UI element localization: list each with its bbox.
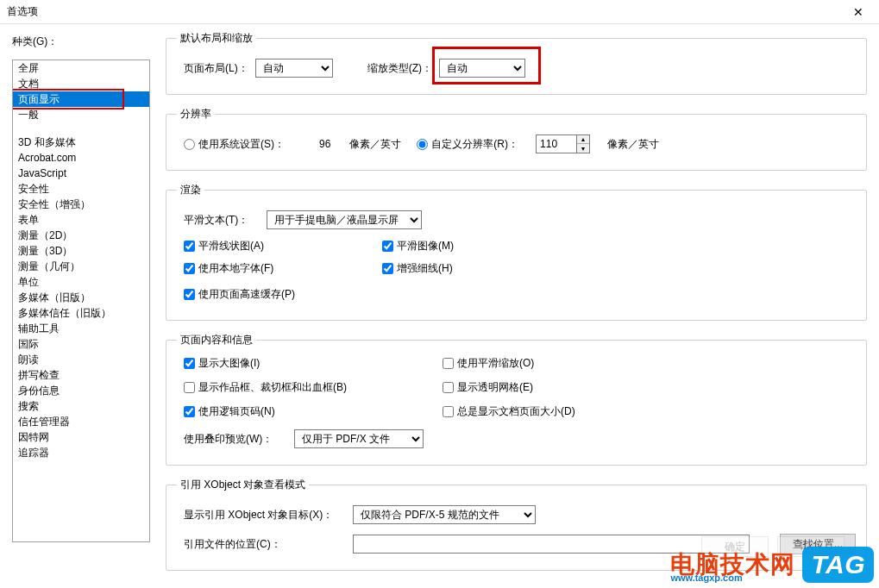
watermark-tag: TAG [802,547,874,583]
page-layout-label: 页面布局(L)： [184,61,248,76]
layout-section: 默认布局和缩放 页面布局(L)： 自动 缩放类型(Z)： 自动 [166,31,867,95]
spinner-down-icon[interactable]: ▼ [577,144,589,153]
sidebar-item[interactable]: 因特网 [13,429,149,445]
show-boxes-check[interactable]: 显示作品框、裁切框和出血框(B) [184,380,347,395]
system-resolution-value: 96 [319,138,330,150]
sidebar-item[interactable]: 测量（3D） [13,243,149,259]
window-title: 首选项 [7,4,38,19]
category-list[interactable]: 全屏 文档 页面显示 一般 3D 和多媒体 Acrobat.com JavaSc… [12,59,150,542]
render-section: 渲染 平滑文本(T)： 用于手提电脑／液晶显示屏 平滑线状图(A) 平滑图像(M… [166,183,867,321]
xobject-target-select[interactable]: 仅限符合 PDF/X-5 规范的文件 [353,505,536,524]
sidebar-item[interactable]: 单位 [13,274,149,290]
show-large-images-check[interactable]: 显示大图像(I) [184,356,260,371]
page-layout-select[interactable]: 自动 [255,59,333,78]
use-smooth-zoom-check[interactable]: 使用平滑缩放(O) [443,356,534,371]
zoom-type-label: 缩放类型(Z)： [367,61,432,76]
category-label: 种类(G)： [12,31,150,56]
unit-label: 像素／英寸 [349,137,401,152]
overprint-preview-label: 使用叠印预览(W)： [184,432,287,447]
custom-resolution-input[interactable] [536,134,577,153]
ref-file-location-label: 引用文件的位置(C)： [184,537,346,552]
render-legend: 渲染 [177,183,204,197]
zoom-type-select[interactable]: 自动 [439,59,525,78]
sidebar-item[interactable]: 表单 [13,212,149,228]
sidebar-item[interactable]: 安全性（增强） [13,197,149,212]
sidebar-item[interactable]: JavaScript [13,166,149,181]
smooth-image-check[interactable]: 平滑图像(M) [382,239,454,253]
sidebar-item[interactable]: 一般 [13,107,149,122]
sidebar-item[interactable]: 多媒体信任（旧版） [13,305,149,321]
always-show-doc-page-size-check[interactable]: 总是显示文档页面大小(D) [443,404,575,419]
use-local-font-check[interactable]: 使用本地字体(F) [184,261,273,276]
smooth-text-select[interactable]: 用于手提电脑／液晶显示屏 [267,210,422,229]
sidebar-item[interactable]: 测量（2D） [13,228,149,243]
sidebar-item[interactable]: 拼写检查 [13,367,149,383]
sidebar-item[interactable]: 追踪器 [13,445,149,460]
enhance-thin-check[interactable]: 增强细线(H) [382,261,453,276]
close-button[interactable]: ✕ [841,0,876,24]
layout-legend: 默认布局和缩放 [177,31,256,46]
sidebar-item[interactable]: 多媒体（旧版） [13,290,149,305]
sidebar-item[interactable]: 国际 [13,336,149,352]
sidebar-item[interactable]: 测量（几何） [13,259,149,274]
sidebar-item[interactable]: 安全性 [13,181,149,197]
sidebar-item[interactable]: 搜索 [13,398,149,414]
sidebar-item-selected[interactable]: 页面显示 [13,91,149,107]
use-system-radio[interactable]: 使用系统设置(S)： [184,137,285,152]
custom-resolution-radio[interactable]: 自定义分辨率(R)： [417,137,518,152]
spinner-up-icon[interactable]: ▲ [577,135,589,144]
smooth-lineart-check[interactable]: 平滑线状图(A) [184,239,264,253]
sidebar-item[interactable]: 辅助工具 [13,321,149,336]
show-transparency-grid-check[interactable]: 显示透明网格(E) [443,380,533,395]
unit-label-2: 像素／英寸 [607,137,659,152]
use-logical-page-num-check[interactable]: 使用逻辑页码(N) [184,404,275,419]
sidebar-item[interactable]: Acrobat.com [13,150,149,166]
sidebar-item[interactable]: 全屏 [13,60,149,76]
resolution-section: 分辨率 使用系统设置(S)： 96 像素／英寸 自定义分辨率(R)： ▲ ▼ [166,107,867,171]
sidebar-item[interactable]: 身份信息 [13,383,149,398]
sidebar-item[interactable]: 文档 [13,76,149,91]
sidebar-item[interactable]: 朗读 [13,352,149,367]
watermark: 电脑技术网 www.tagxp.com TAG [670,547,874,583]
sidebar-item[interactable]: 信任管理器 [13,414,149,429]
xobject-target-label: 显示引用 XObject 对象目标(X)： [184,508,346,522]
overprint-preview-select[interactable]: 仅用于 PDF/X 文件 [294,429,424,448]
page-content-section: 页面内容和信息 显示大图像(I) 使用平滑缩放(O) 显示作品框、裁切框和出血框… [166,333,867,466]
watermark-url: www.tagxp.com [670,572,742,583]
use-page-cache-check[interactable]: 使用页面高速缓存(P) [184,287,295,302]
resolution-legend: 分辨率 [177,107,215,122]
page-content-legend: 页面内容和信息 [177,333,256,347]
sidebar-item[interactable]: 3D 和多媒体 [13,134,149,150]
smooth-text-label: 平滑文本(T)： [184,213,260,228]
xobject-legend: 引用 XObject 对象查看模式 [177,478,309,492]
